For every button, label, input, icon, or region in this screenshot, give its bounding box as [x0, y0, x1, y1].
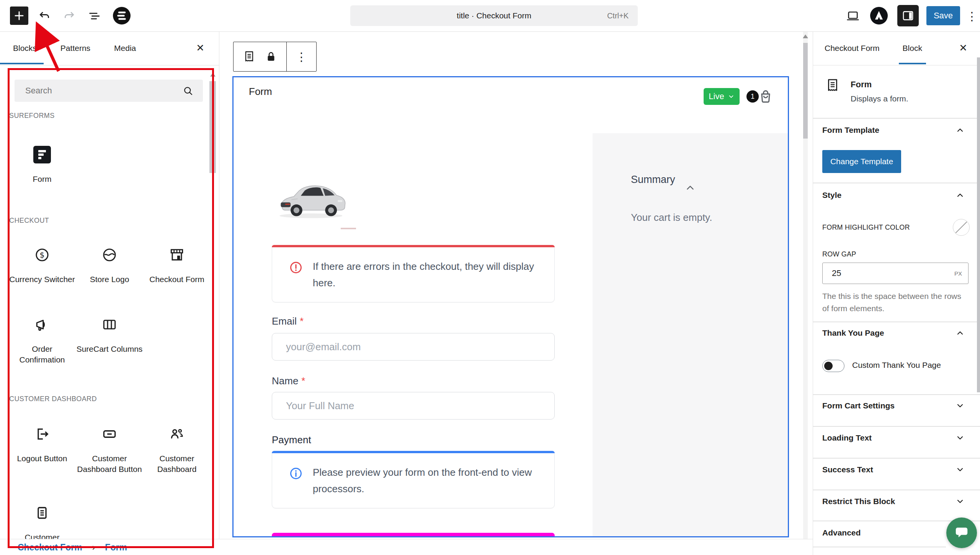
document-title-bar[interactable]: title · Checkout Form Ctrl+K: [350, 5, 638, 26]
chat-widget-button[interactable]: [946, 517, 977, 548]
row-gap-input[interactable]: [831, 268, 932, 279]
surecart-logo[interactable]: [113, 7, 131, 25]
block-item-label: Order Confirmation: [8, 344, 76, 365]
payment-notice-card: Please preview your form on the front-en…: [272, 451, 555, 508]
custom-thank-you-toggle[interactable]: [822, 360, 844, 372]
megaphone-icon: [34, 316, 51, 333]
form-block-label: Form: [249, 86, 272, 98]
store-logo-icon: [101, 246, 118, 263]
summary-title[interactable]: Summary: [631, 171, 681, 188]
block-search[interactable]: [15, 80, 203, 102]
chevron-up-icon: [956, 126, 965, 135]
laptop-icon: [845, 9, 861, 23]
options-menu-button[interactable]: ⋮: [966, 8, 978, 24]
lock-icon[interactable]: [265, 50, 278, 63]
payment-message: Please preview your form on the front-en…: [313, 464, 543, 497]
cart-count-badge: 1: [746, 90, 759, 103]
preview-button[interactable]: [844, 8, 862, 24]
panel-form-cart-settings[interactable]: Form Cart Settings: [822, 397, 965, 414]
block-item-customer-dashboard[interactable]: Customer Dashboard: [143, 425, 211, 475]
block-item-customer-dashboard-button[interactable]: Customer Dashboard Button: [76, 425, 143, 475]
block-item-store-logo[interactable]: Store Logo: [76, 246, 143, 285]
redo-button[interactable]: [62, 9, 76, 23]
block-toolbar: ⋮: [233, 42, 317, 72]
columns-icon: [101, 316, 118, 333]
panel-restrict-this-block[interactable]: Restrict This Block: [822, 493, 965, 510]
panel-loading-text[interactable]: Loading Text: [822, 429, 965, 446]
block-item-logout-button[interactable]: Logout Button: [8, 425, 76, 475]
document-title: title · Checkout Form: [350, 11, 638, 20]
chevron-down-icon: [728, 93, 735, 100]
payment-label: Payment: [272, 434, 311, 446]
panel-success-text[interactable]: Success Text: [822, 461, 965, 478]
block-item-label: SureCart Columns: [77, 344, 143, 354]
block-item-form[interactable]: Form: [8, 145, 76, 184]
block-item-label: Customer: [24, 532, 59, 539]
close-inserter-icon[interactable]: ✕: [196, 42, 204, 54]
row-gap-label: ROW GAP: [822, 250, 856, 258]
close-settings-icon[interactable]: ✕: [959, 42, 967, 54]
form-block-selected[interactable]: Form Live 1 Summary Your cart is empty.: [232, 76, 789, 537]
breadcrumb-current[interactable]: Form: [105, 542, 127, 553]
cart-bag-icon[interactable]: [757, 88, 774, 105]
breadcrumb-root[interactable]: Checkout Form: [18, 542, 82, 553]
tab-patterns[interactable]: Patterns: [57, 32, 93, 64]
chevron-up-icon[interactable]: [684, 182, 696, 194]
settings-tabs: Checkout Form Block ✕: [813, 31, 980, 65]
row-gap-control: PX: [822, 263, 969, 284]
live-mode-dropdown[interactable]: Live: [704, 88, 740, 105]
panel-advanced[interactable]: Advanced: [822, 524, 965, 541]
canvas-scrollbar[interactable]: [803, 43, 808, 139]
chevron-down-icon: [956, 497, 965, 506]
astra-button[interactable]: [870, 7, 888, 25]
block-item-checkout-form[interactable]: Checkout Form: [143, 246, 211, 285]
block-item-customer[interactable]: Customer: [8, 504, 76, 539]
right-sidebar-scrollbar[interactable]: [977, 57, 980, 392]
panel-thank-you-page[interactable]: Thank You Page: [822, 325, 965, 341]
left-sidebar-scrollbar[interactable]: [209, 81, 216, 173]
panel-style[interactable]: Style: [822, 187, 965, 204]
block-inserter-button[interactable]: [10, 7, 28, 25]
block-card-description: Displays a form.: [851, 94, 908, 103]
save-button[interactable]: Save: [926, 6, 960, 25]
block-item-surecart-columns[interactable]: SureCart Columns: [76, 315, 143, 365]
settings-sidebar: Checkout Form Block ✕ Form Displays a fo…: [813, 31, 980, 555]
surecart-logo-icon: [113, 7, 131, 25]
search-icon: [182, 85, 194, 96]
block-item-currency-switcher[interactable]: $ Currency Switcher: [8, 246, 76, 285]
image-watermark: [341, 228, 356, 229]
highlight-color-label: FORM HIGHLIGHT COLOR: [822, 224, 910, 232]
block-item-label: Checkout Form: [149, 274, 204, 285]
email-field[interactable]: [272, 333, 555, 361]
color-swatch-none[interactable]: [953, 219, 970, 236]
undo-button[interactable]: [38, 9, 51, 23]
settings-sidebar-toggle[interactable]: [897, 5, 919, 26]
astra-icon: [870, 7, 888, 25]
block-item-label: Logout Button: [17, 453, 67, 464]
change-template-button[interactable]: Change Template: [822, 150, 901, 173]
email-label: Email*: [272, 315, 304, 327]
tab-checkout-form[interactable]: Checkout Form: [822, 32, 882, 64]
error-icon: [289, 261, 303, 274]
tab-block[interactable]: Block: [900, 32, 924, 64]
chevron-up-icon: [956, 328, 965, 338]
order-summary-panel: Summary Your cart is empty.: [593, 133, 788, 536]
form-block-icon: [33, 146, 51, 163]
tab-media[interactable]: Media: [111, 32, 139, 64]
block-options-button[interactable]: ⋮: [287, 42, 316, 71]
list-view-button[interactable]: [87, 9, 101, 23]
name-field[interactable]: [272, 392, 555, 420]
logout-icon: [34, 426, 51, 442]
plus-icon: [13, 10, 25, 21]
inserter-tabs: Blocks Patterns Media ✕: [0, 31, 219, 65]
scrollbar-up-arrow[interactable]: [210, 73, 216, 77]
search-input[interactable]: [24, 85, 203, 96]
canvas-scroll-up-arrow[interactable]: [803, 34, 808, 38]
panel-form-template[interactable]: Form Template: [822, 122, 965, 139]
block-item-order-confirmation[interactable]: Order Confirmation: [8, 315, 76, 365]
tab-blocks[interactable]: Blocks: [10, 32, 40, 64]
cart-empty-message: Your cart is empty.: [631, 212, 712, 224]
form-block-toolbar-icon: [242, 50, 256, 64]
list-view-icon: [88, 10, 101, 23]
chevron-down-icon: [956, 465, 965, 474]
